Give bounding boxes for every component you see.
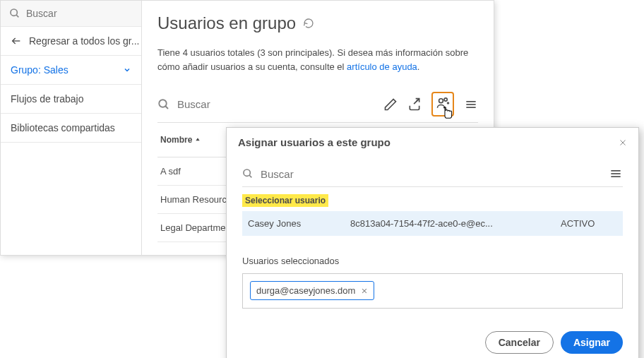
cancel-button[interactable]: Cancelar [485, 331, 554, 354]
edit-icon[interactable] [383, 97, 398, 112]
help-article-link[interactable]: artículo de ayuda [347, 61, 417, 72]
group-selector[interactable]: Grupo: Sales [1, 56, 141, 85]
sidebar-item-workflows[interactable]: Flujos de trabajo [1, 85, 141, 114]
page-title: Usuarios en grupo [157, 13, 478, 33]
svg-point-3 [159, 100, 167, 107]
sidebar-item-label: Flujos de trabajo [11, 93, 84, 105]
sort-ascending-icon [195, 137, 201, 143]
search-icon [242, 168, 254, 179]
chip-label: durga@caseyjones.dom [256, 285, 355, 296]
svg-point-7 [444, 98, 447, 101]
pointer-cursor-icon [439, 105, 457, 123]
search-icon [9, 8, 20, 19]
svg-line-17 [249, 175, 251, 177]
sidebar: Regresar a todos los gr... Grupo: Sales … [1, 1, 142, 255]
user-row[interactable]: Casey Jones 8c813a04-7154-47f2-ace0-e@ec… [242, 211, 623, 236]
menu-icon[interactable] [464, 97, 478, 112]
select-user-heading: Seleccionar usuario [242, 194, 328, 207]
back-to-groups-link[interactable]: Regresar a todos los gr... [1, 27, 141, 56]
selected-users-box[interactable]: durga@caseyjones.dom [242, 273, 623, 309]
sidebar-item-label: Bibliotecas compartidas [11, 122, 115, 133]
search-icon [157, 98, 170, 111]
modal-header: Asignar usuarios a este grupo [227, 128, 638, 157]
sidebar-search[interactable] [1, 1, 141, 27]
group-label: Grupo: Sales [11, 64, 68, 76]
modal-body: Seleccionar usuario Casey Jones 8c813a04… [227, 157, 638, 321]
modal-search [242, 161, 623, 187]
svg-line-1 [16, 15, 18, 17]
svg-line-4 [165, 106, 168, 109]
svg-point-6 [439, 99, 443, 103]
assign-users-button[interactable] [431, 92, 454, 117]
user-email: 8c813a04-7154-47f2-ace0-e@ec... [350, 218, 561, 229]
sidebar-search-input[interactable] [26, 8, 133, 19]
description-post: . [417, 61, 420, 72]
page-title-text: Usuarios en grupo [157, 13, 296, 33]
chevron-down-icon [123, 66, 131, 74]
close-icon[interactable] [619, 138, 627, 147]
menu-icon[interactable] [609, 167, 623, 181]
remove-chip-icon[interactable] [361, 287, 368, 294]
sidebar-item-shared-libraries[interactable]: Bibliotecas compartidas [1, 114, 141, 143]
user-name: Casey Jones [248, 218, 350, 229]
page-description: Tiene 4 usuarios totales (3 son principa… [157, 46, 478, 73]
toolbar-actions [383, 92, 478, 117]
toolbar-search[interactable] [157, 98, 383, 111]
modal-title: Asignar usuarios a este grupo [238, 136, 390, 148]
svg-point-0 [11, 9, 17, 16]
toolbar-search-input[interactable] [177, 98, 383, 110]
description-text: Tiene 4 usuarios totales (3 son principa… [157, 47, 468, 72]
refresh-icon[interactable] [303, 18, 314, 29]
svg-point-16 [244, 169, 250, 176]
toolbar [157, 86, 478, 123]
modal-footer: Cancelar Asignar [227, 321, 638, 358]
modal-search-input[interactable] [261, 168, 609, 180]
selected-user-chip: durga@caseyjones.dom [250, 281, 374, 300]
svg-marker-13 [196, 138, 200, 141]
svg-line-5 [414, 98, 419, 104]
selected-users-label: Usuarios seleccionados [242, 256, 623, 266]
column-name-label: Nombre [160, 135, 192, 145]
arrow-left-icon [11, 35, 22, 47]
assign-button[interactable]: Asignar [561, 331, 623, 354]
back-label: Regresar a todos los gr... [29, 35, 139, 47]
modal-search-wrapper[interactable] [242, 168, 609, 180]
assign-users-modal: Asignar usuarios a este grupo Selecciona… [226, 127, 639, 358]
share-icon[interactable] [407, 97, 422, 112]
user-status: ACTIVO [561, 218, 617, 229]
